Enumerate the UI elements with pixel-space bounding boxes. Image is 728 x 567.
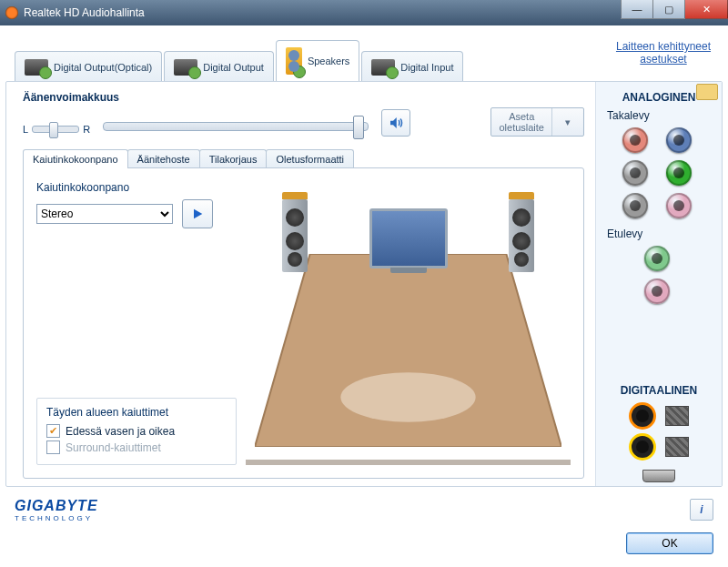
connector-panel: ANALOGINEN Takalevy Etulevy DIGITAALINEN xyxy=(595,82,722,486)
svg-point-1 xyxy=(340,372,475,422)
folder-icon[interactable] xyxy=(696,84,718,100)
maximize-button[interactable]: ▢ xyxy=(653,0,685,19)
minimize-button[interactable]: — xyxy=(621,0,653,19)
subtab-sound-effect[interactable]: Äänitehoste xyxy=(127,149,200,168)
tab-digital-input[interactable]: Digital Input xyxy=(361,51,463,82)
rear-jack-2[interactable] xyxy=(622,160,648,186)
digital-connector-0[interactable] xyxy=(665,406,689,426)
digital-jack-1[interactable] xyxy=(629,433,656,461)
speaker-config-select[interactable]: Stereo xyxy=(36,204,173,224)
balance-left-label: L xyxy=(23,124,28,135)
volume-title: Äänenvoimakkuus xyxy=(23,91,584,104)
titlebar: Realtek HD Audiohallinta — ▢ ✕ xyxy=(0,0,728,25)
test-play-button[interactable] xyxy=(182,199,213,228)
rear-jack-0[interactable] xyxy=(622,127,648,153)
rear-panel-label: Takalevy xyxy=(607,109,650,122)
tab-label: Digital Input xyxy=(400,62,453,73)
close-button[interactable]: ✕ xyxy=(685,0,728,19)
rear-jack-4[interactable] xyxy=(622,193,648,218)
surround-checkbox: ✔ Surround-kaiuttimet xyxy=(46,440,227,454)
digital-connector-1[interactable] xyxy=(665,437,689,457)
analog-title: ANALOGINEN xyxy=(622,91,696,104)
ok-button[interactable]: OK xyxy=(626,532,713,554)
window-title: Realtek HD Audiohallinta xyxy=(24,6,145,19)
tab-digital-output-optical[interactable]: Digital Output(Optical) xyxy=(15,51,162,82)
balance-control[interactable]: L R xyxy=(23,124,90,135)
speaker-config-panel: Kaiutinkokoonpano Stereo Täyden alueen k… xyxy=(23,167,584,479)
advanced-settings-link[interactable]: Laitteen kehittyneet asetukset xyxy=(604,40,723,66)
subtab-speaker-config[interactable]: Kaiutinkokoonpano xyxy=(23,149,128,168)
device-icon xyxy=(371,59,395,76)
front-jack-1[interactable] xyxy=(644,278,670,304)
tab-speakers[interactable]: Speakers xyxy=(276,40,359,82)
device-icon xyxy=(174,59,197,76)
surround-label: Surround-kaiuttimet xyxy=(66,441,161,454)
speakers-icon xyxy=(286,47,302,75)
rear-jack-5[interactable] xyxy=(666,193,692,218)
mute-button[interactable] xyxy=(381,109,410,137)
device-icon xyxy=(25,59,48,76)
hdmi-connector-icon[interactable] xyxy=(642,470,675,482)
tab-digital-output[interactable]: Digital Output xyxy=(164,51,274,82)
balance-slider[interactable] xyxy=(32,126,79,133)
chevron-down-icon[interactable]: ▾ xyxy=(551,108,583,136)
front-lr-checkbox[interactable]: ✔ Edessä vasen ja oikea xyxy=(46,424,227,438)
digital-jack-0[interactable] xyxy=(629,402,656,430)
app-icon xyxy=(5,6,18,19)
front-panel-label: Etulevy xyxy=(607,228,642,240)
right-speaker-icon[interactable] xyxy=(509,199,534,272)
front-lr-label: Edessä vasen ja oikea xyxy=(66,425,175,438)
set-default-device-button[interactable]: Asetaoletuslaite ▾ xyxy=(490,107,584,137)
brand-logo: GIGABYTE TECHNOLOGY xyxy=(15,498,98,522)
info-button[interactable]: i xyxy=(690,499,713,521)
tv-icon xyxy=(369,208,448,268)
tab-label: Digital Output xyxy=(203,62,264,73)
speaker-config-label: Kaiutinkokoonpano xyxy=(36,181,237,194)
tab-label: Speakers xyxy=(308,56,349,66)
device-tabs: Digital Output(Optical) Digital Output S… xyxy=(5,31,604,82)
digital-title: DIGITAALINEN xyxy=(621,384,697,397)
subtab-room-correction[interactable]: Tilakorjaus xyxy=(199,149,268,168)
tab-label: Digital Output(Optical) xyxy=(54,62,152,73)
full-range-group: Täyden alueen kaiuttimet ✔ Edessä vasen … xyxy=(36,398,237,465)
left-speaker-icon[interactable] xyxy=(282,199,308,272)
checkbox-icon: ✔ xyxy=(46,440,60,454)
full-range-title: Täyden alueen kaiuttimet xyxy=(46,406,227,419)
speaker-icon xyxy=(388,115,404,131)
balance-right-label: R xyxy=(83,124,90,135)
advanced-settings-link-area: Laitteen kehittyneet asetukset xyxy=(604,31,723,82)
volume-slider[interactable] xyxy=(103,122,369,131)
rear-jack-3[interactable] xyxy=(666,160,692,186)
subtab-default-format[interactable]: Oletusformaatti xyxy=(266,149,354,168)
set-default-label: Asetaoletuslaite xyxy=(491,111,551,133)
checkbox-icon: ✔ xyxy=(46,424,60,438)
play-icon xyxy=(190,207,205,221)
front-jack-0[interactable] xyxy=(644,246,670,271)
rear-jack-1[interactable] xyxy=(666,127,692,153)
room-scene xyxy=(246,181,571,465)
